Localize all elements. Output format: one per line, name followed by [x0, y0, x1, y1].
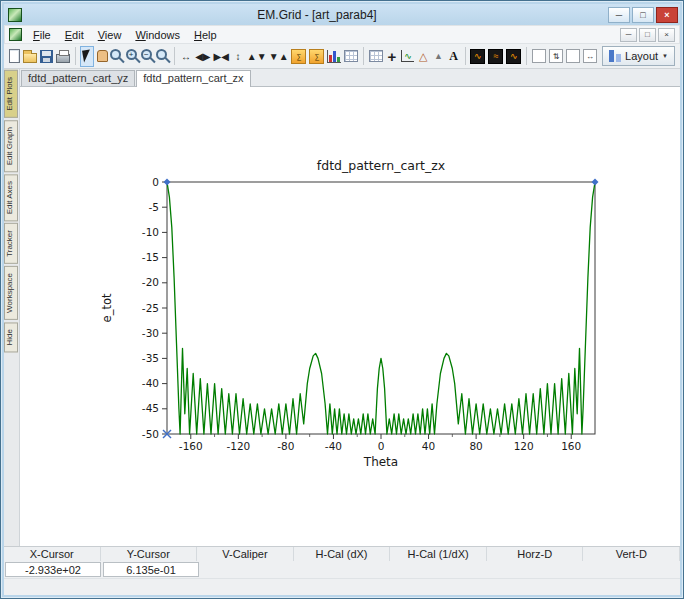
- status-value-v-caliper: [201, 562, 295, 577]
- status-col-v-caliper: V-Caliper: [197, 547, 294, 561]
- pattern-plot-3-icon[interactable]: ∿: [505, 46, 522, 67]
- doc-tab-fdtd-pattern-cart-zx[interactable]: fdtd_pattern_cart_zx: [136, 70, 250, 87]
- fit-width-icon[interactable]: ↔: [582, 46, 598, 67]
- y-tick-label: -20: [142, 276, 159, 288]
- chart[interactable]: fdtd_pattern_cart_zxThetae_tot-160-120-8…: [97, 154, 642, 476]
- menu-file[interactable]: File: [26, 27, 58, 43]
- pan-hand-icon[interactable]: [95, 46, 109, 67]
- restore-button[interactable]: □: [632, 7, 654, 23]
- app-icon: [8, 8, 22, 22]
- graph-axes-icon[interactable]: ∿: [400, 46, 415, 67]
- table-view-icon[interactable]: [368, 46, 384, 67]
- frame-box-2-icon[interactable]: [565, 46, 581, 67]
- histogram-icon[interactable]: [326, 46, 342, 67]
- status-col-h-cal-1-dx: H-Cal (1/dX): [390, 547, 487, 561]
- data-grid-icon[interactable]: [343, 46, 359, 67]
- status-value-x-cursor: -2.933e+02: [5, 562, 101, 577]
- work-area: Edit PlotsEdit GraphEdit AxesTrackerWork…: [4, 69, 680, 546]
- x-tick-label: 40: [422, 440, 435, 452]
- menu-edit[interactable]: Edit: [58, 27, 91, 43]
- y-tick-label: -10: [142, 226, 159, 238]
- zoom-in-icon[interactable]: +: [126, 46, 140, 67]
- status-col-x-cursor: X-Cursor: [4, 547, 101, 561]
- dropdown-caret-icon: ▼: [662, 53, 668, 59]
- compress-y-axis-icon[interactable]: ▼▲: [268, 46, 289, 67]
- y-tick-label: 0: [152, 176, 159, 188]
- layout-label: Layout: [625, 50, 658, 62]
- x-tick-label: 160: [561, 440, 581, 452]
- status-col-y-cursor: Y-Cursor: [101, 547, 198, 561]
- autoscale-y-icon[interactable]: ∑: [308, 46, 325, 67]
- status-bar-header: X-CursorY-CursorV-CaliperH-Cal (dX)H-Cal…: [4, 546, 680, 561]
- slope-marker-icon[interactable]: ▲: [431, 46, 445, 67]
- sidebar-tab-workspace[interactable]: Workspace: [4, 266, 18, 320]
- layout-dropdown-button[interactable]: Layout▼: [602, 46, 675, 66]
- print-icon[interactable]: [55, 46, 71, 67]
- zoom-out-icon[interactable]: −: [141, 46, 155, 67]
- pattern-plot-2-icon[interactable]: ≈: [487, 46, 504, 67]
- expand-y-axis-icon[interactable]: ↕: [231, 46, 245, 67]
- select-arrow-icon[interactable]: [80, 46, 94, 67]
- minimize-button[interactable]: ─: [608, 7, 630, 23]
- toolbar-separator: [526, 47, 527, 65]
- document-area: fdtd_pattern_cart_yzfdtd_pattern_cart_zx…: [19, 69, 680, 546]
- x-tick-label: -80: [277, 440, 294, 452]
- status-value-h-cal-dx: [297, 562, 391, 577]
- menu-view[interactable]: View: [91, 27, 129, 43]
- delta-marker-icon[interactable]: △: [416, 46, 430, 67]
- document-tabstrip: fdtd_pattern_cart_yzfdtd_pattern_cart_zx: [20, 69, 680, 87]
- status-value-h-cal-1-dx: [393, 562, 487, 577]
- zoom-window-icon[interactable]: [110, 46, 124, 67]
- sidebar-tab-edit-axes[interactable]: Edit Axes: [4, 174, 18, 221]
- scroll-x-axis-icon[interactable]: ◀▶: [194, 46, 211, 67]
- fit-height-icon[interactable]: ⇅: [548, 46, 564, 67]
- x-tick-label: -160: [179, 440, 203, 452]
- x-axis-label: Theta: [363, 455, 398, 469]
- status-bar-values: -2.933e+026.135e-01: [4, 561, 680, 578]
- text-annotation-icon[interactable]: A: [447, 46, 461, 67]
- x-tick-label: 120: [514, 440, 534, 452]
- close-button[interactable]: ×: [656, 7, 678, 23]
- y-axis-label: e_tot: [100, 293, 114, 322]
- plot-panel: fdtd_pattern_cart_zxThetae_tot-160-120-8…: [20, 87, 680, 546]
- toolbar-separator: [363, 47, 364, 65]
- menu-items: FileEditViewWindowsHelp: [26, 27, 224, 43]
- title-bar[interactable]: EM.Grid - [art_parab4] ─□×: [4, 4, 680, 25]
- autoscale-x-icon[interactable]: ∑: [290, 46, 307, 67]
- x-tick-label: 80: [469, 440, 482, 452]
- sidebar-tabs: Edit PlotsEdit GraphEdit AxesTrackerWork…: [4, 69, 19, 546]
- toolbar: +−↔◀▶▶◀↕▲▼▼▲∑∑+∿△▲A∿≈∿⇅↔Layout▼: [4, 44, 680, 69]
- y-tick-label: -30: [142, 327, 159, 339]
- document-menu-icon[interactable]: [9, 28, 22, 41]
- compress-x-axis-icon[interactable]: ▶◀: [213, 46, 230, 67]
- status-value-y-cursor: 6.135e-01: [103, 562, 199, 577]
- new-document-icon[interactable]: [7, 46, 21, 67]
- y-tick-label: -5: [149, 201, 159, 213]
- status-col-vert-d: Vert-D: [583, 547, 680, 561]
- x-tick-label: -120: [226, 440, 250, 452]
- zoom-reset-icon[interactable]: [156, 46, 170, 67]
- mdi-restore-button[interactable]: □: [639, 28, 656, 42]
- chart-title: fdtd_pattern_cart_zx: [317, 158, 445, 173]
- sidebar-tab-hide[interactable]: Hide: [4, 322, 18, 352]
- doc-tab-fdtd-pattern-cart-yz[interactable]: fdtd_pattern_cart_yz: [21, 70, 135, 86]
- open-folder-icon[interactable]: [22, 46, 38, 67]
- scroll-y-axis-icon[interactable]: ▲▼: [246, 46, 267, 67]
- pattern-plot-1-icon[interactable]: ∿: [469, 46, 486, 67]
- layout-icon: [609, 50, 621, 62]
- expand-x-axis-icon[interactable]: ↔: [179, 46, 193, 67]
- mdi-minimize-button[interactable]: ─: [620, 28, 637, 42]
- status-value-horz-d: [489, 562, 583, 577]
- y-tick-label: -50: [142, 428, 159, 440]
- mdi-close-button[interactable]: ×: [658, 28, 675, 42]
- window-footer: [4, 578, 680, 595]
- frame-box-icon[interactable]: [531, 46, 547, 67]
- menu-windows[interactable]: Windows: [128, 27, 187, 43]
- sidebar-tab-edit-graph[interactable]: Edit Graph: [4, 120, 18, 172]
- save-file-icon[interactable]: [39, 46, 54, 67]
- plot-area[interactable]: [167, 182, 595, 434]
- menu-help[interactable]: Help: [187, 27, 224, 43]
- sidebar-tab-tracker[interactable]: Tracker: [4, 223, 18, 264]
- crosshair-icon[interactable]: +: [385, 46, 399, 67]
- sidebar-tab-edit-plots[interactable]: Edit Plots: [4, 70, 18, 118]
